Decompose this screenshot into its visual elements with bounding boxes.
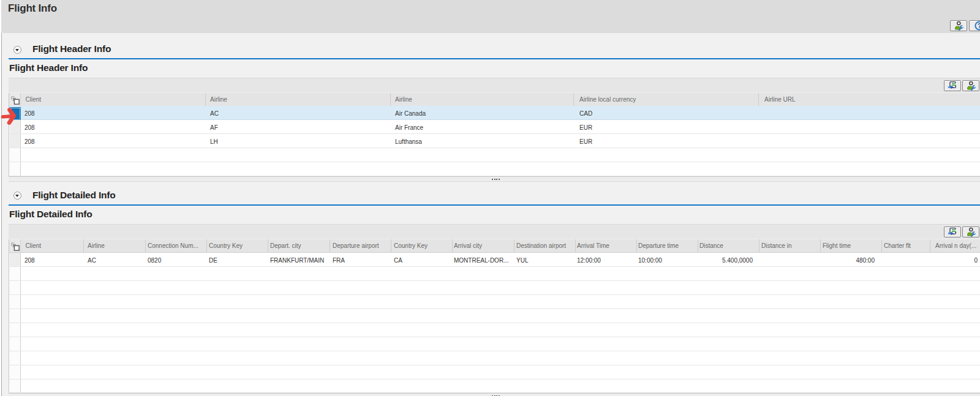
svg-text:?: ? (977, 23, 980, 29)
